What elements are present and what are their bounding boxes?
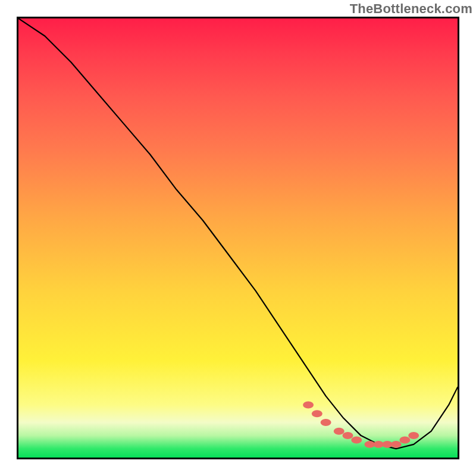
marker-point bbox=[408, 432, 419, 439]
marker-point bbox=[321, 419, 331, 426]
markers-layer bbox=[18, 18, 458, 458]
marker-point bbox=[391, 441, 402, 448]
marker-point bbox=[303, 401, 314, 408]
marker-point bbox=[334, 428, 345, 435]
marker-point bbox=[399, 436, 410, 443]
marker-point bbox=[351, 436, 362, 443]
chart-stage: TheBottleneck.com bbox=[0, 0, 476, 476]
watermark-text: TheBottleneck.com bbox=[350, 1, 472, 17]
plot-area bbox=[17, 17, 459, 459]
marker-point bbox=[312, 410, 322, 417]
marker-point bbox=[343, 432, 353, 439]
near-optimum-markers bbox=[303, 401, 419, 447]
